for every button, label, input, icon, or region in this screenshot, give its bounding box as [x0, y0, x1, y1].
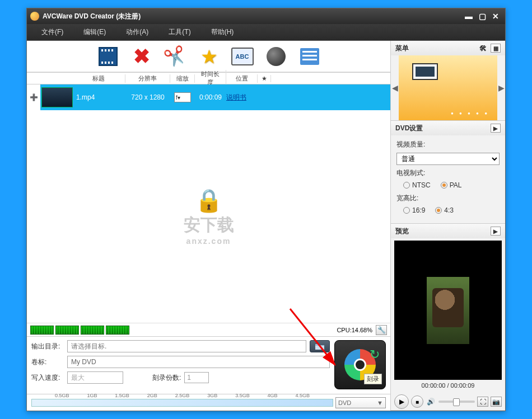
- cpu-row: CPU:14.68% 🔧: [27, 323, 390, 336]
- preview-image: [427, 277, 469, 344]
- cpu-graph-3: [81, 326, 104, 335]
- cpu-label: CPU:14.68%: [337, 327, 372, 333]
- add-file-button[interactable]: [96, 45, 120, 68]
- speed-label: 写入速度:: [31, 373, 64, 383]
- menu-slot-thumbnail: [412, 63, 438, 80]
- menu-action[interactable]: 动作(A): [116, 25, 158, 39]
- col-title[interactable]: 标题: [72, 74, 125, 83]
- snapshot-button[interactable]: 📷: [491, 397, 502, 407]
- effects-button[interactable]: ★: [197, 45, 221, 68]
- audio-button[interactable]: [264, 45, 288, 68]
- lock-icon: 🔒: [184, 187, 234, 214]
- file-list-area: 🔒 安下载 anxz.com: [27, 110, 390, 323]
- menu-dots: ● ● ● ● ●: [451, 111, 489, 116]
- menu-next-button[interactable]: ▶: [497, 55, 505, 120]
- table-header: 标题 分辨率 缩放 时间长度 位置 ★: [27, 72, 390, 84]
- cut-button[interactable]: ✂️: [164, 45, 187, 68]
- cpu-graph-4: [106, 326, 129, 335]
- list-icon: [300, 48, 319, 65]
- capacity-bar: 0.5GB 1GB 1.5GB 2GB 2.5GB 3GB 3.5GB 4GB …: [31, 399, 333, 407]
- menu-help[interactable]: 帮助(H): [201, 25, 244, 39]
- main-panel: ✖ ✂️ ★ ABC 标题 分辨率 缩放 时间长度 位置 ★ ➕ 1.mp: [27, 41, 391, 411]
- menu-edit[interactable]: 编辑(E): [73, 25, 116, 39]
- row-position-link[interactable]: 说明书: [226, 93, 258, 102]
- quality-label: 视频质量:: [396, 140, 500, 149]
- row-resolution: 720 x 1280: [125, 93, 170, 101]
- preview-time: 00:00:00 / 00:00:09: [391, 382, 505, 393]
- fullscreen-button[interactable]: ⛶: [477, 397, 488, 407]
- cpu-graph-2: [55, 326, 79, 335]
- list-button[interactable]: [298, 45, 321, 68]
- menu-template-preview[interactable]: ● ● ● ● ●: [399, 55, 497, 120]
- minimize-button[interactable]: ▬: [463, 11, 475, 21]
- browse-button[interactable]: [310, 340, 330, 352]
- play-button[interactable]: ▶: [394, 394, 409, 409]
- menu-prev-button[interactable]: ◀: [391, 55, 399, 120]
- playback-controls: ▶ ■ 🔊 ⛶ 📷: [391, 393, 505, 410]
- burn-button[interactable]: ↻ 刻录: [334, 340, 386, 389]
- copies-input[interactable]: [184, 372, 209, 383]
- col-position[interactable]: 位置: [226, 74, 258, 83]
- row-thumbnail: [41, 87, 73, 107]
- copies-label: 刻录份数:: [152, 373, 181, 383]
- app-window: AVCWare DVD Creator (未注册) ▬ ▢ ✕ 文件(F) 编辑…: [26, 8, 506, 411]
- file-row[interactable]: ➕ 1.mp4 720 x 1280 f ▾ 0:00:09 说明书: [27, 84, 390, 110]
- close-button[interactable]: ✕: [489, 11, 502, 21]
- row-title: 1.mp4: [74, 93, 125, 101]
- row-status-icon: ➕: [27, 84, 40, 110]
- speed-select[interactable]: [67, 371, 123, 384]
- maximize-button[interactable]: ▢: [476, 11, 488, 21]
- star-icon: ★: [200, 45, 217, 68]
- watermark: 🔒 安下载 anxz.com: [184, 187, 234, 246]
- volume-slider[interactable]: [438, 401, 475, 403]
- menu-file[interactable]: 文件(F): [31, 25, 73, 39]
- preview-title: 预览: [395, 227, 409, 236]
- menu-tools-icon[interactable]: 🛠: [479, 44, 487, 53]
- row-duration: 0:00:09: [195, 93, 226, 101]
- preview-expand-button[interactable]: ▶: [491, 227, 501, 236]
- quality-select[interactable]: 普通: [396, 153, 500, 165]
- menu-templates-button[interactable]: ▦: [491, 44, 501, 53]
- output-dir-input[interactable]: [67, 340, 306, 352]
- dvd-settings-title: DVD设置: [395, 124, 423, 133]
- speaker-icon: [267, 47, 286, 66]
- tv-label: 电视制式:: [396, 168, 500, 178]
- app-logo-icon: [30, 12, 39, 21]
- volume-input[interactable]: [67, 356, 330, 368]
- radio-4-3[interactable]: 4:3: [435, 206, 454, 214]
- row-zoom-select[interactable]: f ▾: [174, 92, 191, 102]
- toolbar: ✖ ✂️ ★ ABC: [27, 41, 390, 72]
- col-star[interactable]: ★: [258, 75, 271, 82]
- scissors-icon: ✂️: [162, 44, 188, 69]
- side-panel: 菜单 🛠 ▦ ◀ ● ● ● ● ● ▶ DVD设置: [391, 41, 505, 411]
- preview-viewport: [394, 241, 502, 380]
- radio-16-9[interactable]: 16:9: [403, 206, 425, 214]
- aspect-label: 宽高比:: [396, 194, 500, 203]
- delete-icon: ✖: [133, 45, 150, 68]
- subtitle-button[interactable]: ABC: [231, 45, 254, 68]
- menu-section-title: 菜单: [395, 44, 409, 53]
- radio-ntsc[interactable]: NTSC: [403, 181, 431, 189]
- menu-tools[interactable]: 工具(T): [158, 25, 200, 39]
- cpu-graph-1: [30, 326, 54, 335]
- volume-label: 卷标:: [31, 357, 64, 367]
- stop-button[interactable]: ■: [411, 396, 423, 408]
- col-zoom[interactable]: 缩放: [170, 74, 195, 83]
- menubar: 文件(F) 编辑(E) 动作(A) 工具(T) 帮助(H): [27, 24, 505, 41]
- titlebar: AVCWare DVD Creator (未注册) ▬ ▢ ✕: [27, 8, 505, 24]
- radio-pal[interactable]: PAL: [441, 181, 462, 189]
- dvd-settings-expand-button[interactable]: ▶: [491, 124, 501, 133]
- cpu-settings-button[interactable]: 🔧: [376, 325, 387, 335]
- folder-icon: [315, 343, 324, 350]
- volume-icon[interactable]: 🔊: [427, 398, 435, 406]
- burn-label: 刻录: [364, 374, 382, 384]
- abc-icon: ABC: [231, 48, 254, 65]
- delete-button[interactable]: ✖: [130, 45, 153, 68]
- disc-format-select[interactable]: DVD▼: [335, 397, 386, 408]
- output-panel: 输出目录: 卷标: 写入速度: 刻录份数:: [27, 336, 390, 394]
- burn-arrow-icon: ↻: [370, 347, 380, 362]
- window-title: AVCWare DVD Creator (未注册): [43, 12, 141, 21]
- col-resolution[interactable]: 分辨率: [125, 74, 170, 83]
- output-dir-label: 输出目录:: [31, 342, 64, 351]
- capacity-scale: 0.5GB 1GB 1.5GB 2GB 2.5GB 3GB 3.5GB 4GB …: [27, 394, 390, 411]
